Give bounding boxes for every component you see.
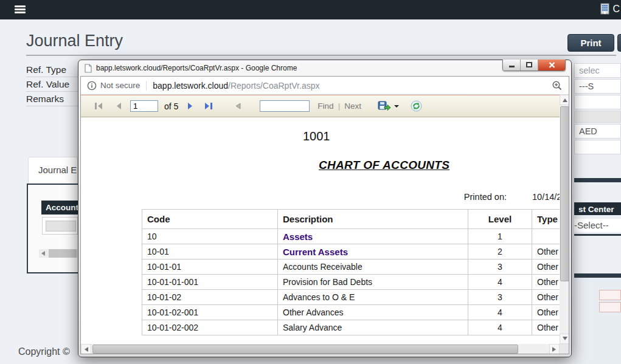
vertical-scroll-thumb[interactable] [560,106,569,281]
report-popup-window: bapp.letswork.cloud/Reports/CoaRptVr.asp… [78,60,572,357]
side-empty-field-1[interactable] [574,95,621,109]
side-select-dropdown[interactable]: ---S [574,79,621,94]
cell-type: Other [532,290,560,305]
print-button[interactable]: Print [567,34,614,52]
account-input[interactable] [46,221,76,232]
last-page-icon[interactable] [204,102,213,110]
ref-type-label: Ref. Type [26,64,66,75]
scroll-left-arrow-icon[interactable] [81,344,91,354]
tab-journal-entries[interactable]: Journal E [28,157,78,184]
window-titlebar[interactable]: bapp.letswork.cloud/Reports/CoaRptVr.asp… [80,60,569,76]
validation-cell-1 [599,290,621,300]
cell-level: 4 [468,320,532,335]
building-icon [600,3,609,15]
window-controls [502,60,566,71]
table-header-row: Code Description Level Type [142,210,560,229]
maximize-button[interactable] [521,60,538,70]
cell-code: 10-01-02-001 [142,305,278,320]
previous-page-icon[interactable] [115,102,122,110]
chart-of-accounts-table: Code Description Level Type 10Assets110-… [142,209,560,335]
table-row: 10-01-02Advances to O & E3Other [142,290,560,305]
vertical-scrollbar[interactable] [560,95,569,354]
side-currency-field[interactable]: AED [574,124,621,139]
cell-type [532,229,560,244]
cell-level: 3 [468,259,532,275]
top-navbar: C [0,0,621,19]
column-header-level: Level [468,210,532,229]
find-next-divider: | [338,101,341,111]
menu-icon[interactable] [15,5,26,14]
maximize-icon [526,62,532,67]
scroll-left-icon[interactable] [39,249,47,258]
report-title: CHART OF ACCOUNTS [319,159,449,172]
cell-description: Salary Advance [278,320,468,335]
refresh-icon[interactable] [411,100,422,112]
next-page-icon[interactable] [187,102,194,110]
minimize-icon [509,66,515,67]
scroll-up-arrow-icon[interactable] [560,95,569,105]
scroll-down-arrow-icon[interactable] [560,334,569,344]
address-bar[interactable]: Not secure bapp.letswork.cloud/Reports/C… [81,77,569,95]
not-secure-label[interactable]: Not secure [100,81,140,90]
grid-header-account: Account [41,201,78,215]
cell-description: Provision for Bad Debts [278,275,468,290]
find-link[interactable]: Find [317,101,333,111]
table-row: 10-01-01-001Provision for Bad Debts4Othe… [142,275,560,290]
report-viewport: 1001 CHART OF ACCOUNTS Printed on: 10/14… [81,117,560,344]
cell-description: Other Advances [278,305,468,320]
next-link[interactable]: Next [344,101,361,111]
remarks-field-line [26,106,78,106]
horizontal-scroll-thumb[interactable] [92,345,518,354]
cell-code: 10-01-02-002 [142,320,278,335]
find-text-input[interactable] [260,100,310,112]
info-icon [87,81,97,91]
cell-type: Other [532,305,560,320]
horizontal-scrollbar[interactable] [81,344,560,354]
browser-body: Not secure bapp.letswork.cloud/Reports/C… [80,76,569,354]
grid-header-cost-center: st Center [574,202,621,215]
cell-type: Other [532,275,560,290]
scrollbar-corner [560,344,569,354]
page-number-input[interactable] [130,100,158,112]
export-dropdown-icon[interactable] [394,105,399,110]
minimize-button[interactable] [503,60,521,70]
close-button[interactable] [538,60,565,70]
report-table-body: 10Assets110-01Current Assets2Other10-01-… [142,229,560,335]
report-company-code: 1001 [303,129,330,143]
cell-type: Other [532,244,560,259]
export-save-icon[interactable] [378,101,391,112]
printed-on-value: 10/14/2 [532,192,560,202]
column-header-description: Description [278,210,468,229]
remarks-label: Remarks [26,94,64,105]
cost-center-select[interactable]: -Select-- [574,219,621,232]
url-host[interactable]: bapp.letswork.cloud [153,81,228,91]
cell-level: 4 [468,305,532,320]
scroll-right-arrow-icon[interactable] [549,344,560,354]
cell-level: 2 [468,244,532,259]
grid-scroll-thumb[interactable] [49,249,77,258]
printed-on-label: Printed on: [422,192,507,202]
back-to-parent-icon[interactable] [234,102,241,110]
zoom-page-icon[interactable] [552,80,563,91]
close-icon [549,62,555,68]
copyright-text: Copyright © [18,346,70,357]
navbar-right[interactable]: C [600,3,620,15]
cell-level: 3 [468,290,532,305]
table-row: 10-01-01Accounts Receivable3Other [142,259,560,275]
first-page-icon[interactable] [94,102,103,110]
side-disabled-field [574,111,621,123]
url-path[interactable]: /Reports/CoaRptVr.aspx [228,81,319,91]
ref-type-field-line [26,77,78,77]
window-title: bapp.letswork.cloud/Reports/CoaRptVr.asp… [96,64,297,72]
table-row: 10-01-02-002Salary Advance4Other [142,320,560,335]
table-row: 10-01Current Assets2Other [142,244,560,259]
cell-description: Advances to O & E [278,290,468,305]
cell-level: 4 [468,275,532,290]
ref-value-field-line [26,91,78,92]
cell-code: 10 [142,229,278,244]
side-empty-field-2[interactable] [574,140,621,154]
grid-horizontal-scrollbar[interactable] [39,249,78,258]
panel-edge-band-top [574,178,621,182]
side-select-input[interactable]: selec [574,63,621,78]
secondary-button-partial[interactable] [617,34,621,52]
